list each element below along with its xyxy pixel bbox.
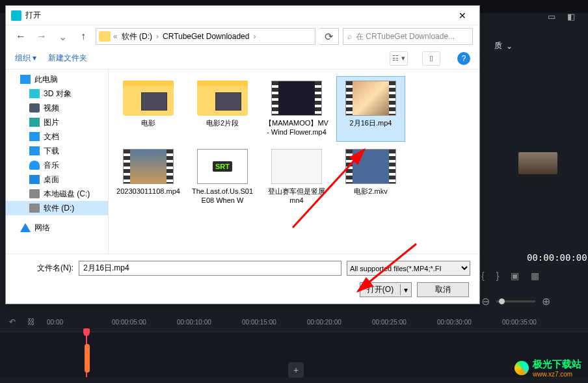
tick: 00:00 bbox=[47, 319, 112, 326]
document-icon bbox=[29, 132, 40, 141]
sidebar-item-pictures[interactable]: 图片 bbox=[6, 115, 108, 129]
camera-icon[interactable]: ▦ bbox=[531, 271, 539, 281]
undo-icon[interactable]: ↶ bbox=[9, 317, 16, 326]
tick: 00:00:05:00 bbox=[112, 319, 177, 326]
tick: 00:00:10:00 bbox=[177, 319, 242, 326]
quality-label: 质 bbox=[494, 40, 502, 51]
file-list[interactable]: 电影电影2片段【MAMAMOO】MV- Wind Flower.mp42月16日… bbox=[109, 70, 479, 254]
file-name: 电影2片段 bbox=[206, 118, 239, 127]
file-item-mov2mkv[interactable]: 电影2.mkv bbox=[336, 144, 405, 210]
screenshot-icon[interactable]: ▣ bbox=[511, 271, 519, 281]
folder-icon bbox=[99, 31, 111, 42]
view-mode-button[interactable]: ☷ ▾ bbox=[390, 51, 408, 66]
app-icon bbox=[11, 10, 21, 21]
sidebar-item-desktop[interactable]: 桌面 bbox=[6, 172, 108, 187]
watermark-brand: 极光下载站 bbox=[533, 358, 581, 371]
chevron-down-icon[interactable]: ▾ bbox=[401, 285, 411, 295]
file-thumb bbox=[345, 149, 396, 184]
folder-icon bbox=[123, 81, 174, 116]
player-controls: { } ▣ ▦ bbox=[481, 267, 575, 285]
sidebar-item-music[interactable]: 音乐 bbox=[6, 158, 108, 172]
sidebar-item-video[interactable]: 视频 bbox=[6, 101, 108, 115]
music-icon bbox=[29, 161, 40, 170]
bracket-open-icon[interactable]: { bbox=[481, 271, 485, 281]
tick: 00:00:35:00 bbox=[502, 319, 567, 326]
link-icon[interactable]: ⛓ bbox=[27, 317, 35, 326]
zoom-slider-track[interactable] bbox=[496, 300, 535, 302]
file-thumb bbox=[271, 149, 322, 184]
watermark: 极光下载站 www.xz7.com bbox=[514, 358, 581, 378]
download-icon bbox=[29, 146, 40, 155]
tick: 00:00:15:00 bbox=[242, 319, 307, 326]
folder-icon bbox=[197, 81, 248, 116]
desktop-icon bbox=[29, 175, 40, 184]
sidebar-item-downloads[interactable]: 下载 bbox=[6, 144, 108, 158]
search-placeholder: 在 CRTubeGet Downloade... bbox=[356, 31, 455, 42]
zoom-out-button[interactable]: ⊖ bbox=[481, 295, 490, 308]
cancel-button[interactable]: 取消 bbox=[417, 282, 469, 297]
sidebar-item-network[interactable]: 网络 bbox=[6, 220, 108, 235]
file-name: 202303011108.mp4 bbox=[116, 187, 180, 196]
refresh-button[interactable]: ⟳ bbox=[319, 28, 339, 45]
file-item-lastofus[interactable]: SRTThe.Last.of.Us.S01E08 When W bbox=[188, 144, 257, 210]
open-button[interactable]: 打开(O) ▾ bbox=[360, 282, 412, 297]
tick: 00:00:25:00 bbox=[372, 319, 437, 326]
nav-forward-button[interactable]: → bbox=[33, 29, 50, 44]
preview-thumb[interactable] bbox=[518, 152, 557, 174]
file-name: 2月16日.mp4 bbox=[350, 118, 392, 127]
new-folder-button[interactable]: 新建文件夹 bbox=[48, 53, 87, 64]
layout-icon[interactable]: ▭ bbox=[548, 12, 555, 21]
breadcrumb[interactable]: « 软件 (D:) › CRTubeGet Downloaded › bbox=[96, 28, 315, 45]
close-button[interactable]: ✕ bbox=[451, 10, 474, 21]
nav-up-button[interactable]: ↑ bbox=[75, 29, 92, 44]
file-name: 电影2.mkv bbox=[354, 187, 387, 196]
search-input[interactable]: ⌕ 在 CRTubeGet Downloade... bbox=[343, 28, 473, 45]
chevron-down-icon[interactable]: ⌄ bbox=[54, 29, 71, 44]
file-thumb: SRT bbox=[197, 149, 248, 184]
editor-top-icons: ▭ ◧ bbox=[548, 12, 575, 21]
file-item-mama[interactable]: 【MAMAMOO】MV- Wind Flower.mp4 bbox=[262, 76, 331, 142]
timeline-clip[interactable] bbox=[85, 344, 90, 373]
add-track-button[interactable]: + bbox=[288, 362, 304, 378]
quality-selector[interactable]: 质 ⌄ bbox=[494, 40, 513, 51]
sidebar-item-pc[interactable]: 此电脑 bbox=[6, 72, 108, 86]
sidebar-item-docs[interactable]: 文档 bbox=[6, 129, 108, 144]
network-icon bbox=[20, 223, 31, 232]
dialog-body: 此电脑 3D 对象 视频 图片 文档 下载 音乐 桌面 本地磁盘 (C:) 软件… bbox=[6, 70, 479, 254]
nav-back-button[interactable]: ← bbox=[12, 29, 29, 44]
breadcrumb-drive[interactable]: 软件 (D:) bbox=[119, 31, 155, 42]
address-bar: ← → ⌄ ↑ « 软件 (D:) › CRTubeGet Downloaded… bbox=[6, 25, 479, 47]
organize-menu[interactable]: 组织 ▾ bbox=[15, 53, 36, 64]
drive-icon bbox=[29, 204, 40, 213]
dialog-footer: 文件名(N): All supported files(*.MP4;*.FI 打… bbox=[6, 254, 479, 304]
zoom-slider-knob[interactable] bbox=[499, 298, 505, 304]
bracket-close-icon[interactable]: } bbox=[496, 271, 500, 281]
file-name: 【MAMAMOO】MV- Wind Flower.mp4 bbox=[264, 118, 329, 137]
breadcrumb-overflow[interactable]: « bbox=[112, 32, 119, 41]
sidebar-item-ddrive[interactable]: 软件 (D:) bbox=[6, 201, 108, 215]
file-item-climb[interactable]: 登山赛车但是竖屏 mn4 bbox=[262, 144, 331, 210]
dialog-toolbar: 组织 ▾ 新建文件夹 ☷ ▾ ▯ ? bbox=[6, 47, 479, 70]
video-icon bbox=[29, 103, 40, 112]
watermark-url: www.xz7.com bbox=[533, 371, 581, 378]
tick: 00:00:30:00 bbox=[437, 319, 502, 326]
filetype-select[interactable]: All supported files(*.MP4;*.FI bbox=[347, 261, 470, 276]
file-item-feb16[interactable]: 2月16日.mp4 bbox=[336, 76, 405, 142]
help-button[interactable]: ? bbox=[457, 52, 470, 65]
file-item-movie1[interactable]: 电影 bbox=[114, 76, 183, 142]
file-item-movie2[interactable]: 电影2片段 bbox=[188, 76, 257, 142]
zoom-in-button[interactable]: ⊕ bbox=[542, 295, 550, 308]
preview-pane-button[interactable]: ▯ bbox=[422, 51, 440, 66]
file-item-longnum[interactable]: 202303011108.mp4 bbox=[114, 144, 183, 210]
breadcrumb-folder[interactable]: CRTubeGet Downloaded bbox=[160, 32, 252, 41]
sidebar: 此电脑 3D 对象 视频 图片 文档 下载 音乐 桌面 本地磁盘 (C:) 软件… bbox=[6, 70, 109, 254]
watermark-logo-icon bbox=[514, 361, 529, 375]
sidebar-item-3d[interactable]: 3D 对象 bbox=[6, 86, 108, 101]
dialog-title: 打开 bbox=[25, 10, 451, 21]
timeline-ticks: 00:00 00:00:05:00 00:00:10:00 00:00:15:0… bbox=[47, 319, 588, 326]
filename-input[interactable] bbox=[79, 261, 341, 276]
panel-icon[interactable]: ◧ bbox=[567, 12, 575, 21]
sidebar-item-cdrive[interactable]: 本地磁盘 (C:) bbox=[6, 187, 108, 201]
filename-label: 文件名(N): bbox=[15, 263, 74, 274]
cube-icon bbox=[29, 89, 40, 98]
